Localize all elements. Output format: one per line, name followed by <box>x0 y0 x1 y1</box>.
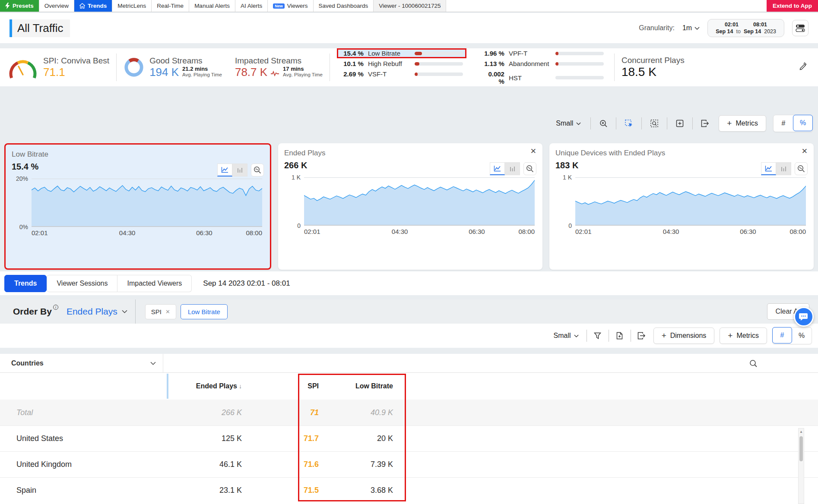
extend-to-app-button[interactable]: Extend to App <box>767 0 818 12</box>
line-chart-toggle[interactable] <box>761 162 776 175</box>
chart-plot-area[interactable] <box>32 179 262 227</box>
tab-trends[interactable]: Trends <box>4 275 47 292</box>
impacted-streams-value: 78.7 K <box>235 66 267 79</box>
x-axis-tick: 08:00 <box>789 228 806 235</box>
metrics-button[interactable]: + Metrics <box>719 115 766 132</box>
granularity-dropdown[interactable]: 1m <box>682 24 700 32</box>
nav-tab-ai-alerts[interactable]: AI Alerts <box>235 0 268 12</box>
wave-magnifier-icon <box>526 165 534 173</box>
zoom-in-icon[interactable] <box>597 117 610 129</box>
spi-metric[interactable]: SPI: Conviva Best 71.1 <box>8 55 109 80</box>
nav-tab-manual-alerts[interactable]: Manual Alerts <box>189 0 235 12</box>
tab-viewer-sessions[interactable]: Viewer Sessions <box>47 275 117 292</box>
table-row-total[interactable]: Total 266 K 71 40.9 K <box>0 400 818 425</box>
export-table-icon[interactable] <box>635 330 648 342</box>
kpi-label: High Rebuff <box>368 60 415 67</box>
nav-tab-viewers[interactable]: New Viewers <box>268 0 313 12</box>
close-icon[interactable]: ✕ <box>802 147 808 156</box>
table-percent-toggle[interactable]: % <box>792 328 812 344</box>
bar-chart-toggle[interactable] <box>505 162 520 175</box>
chart-zoom-button[interactable] <box>251 164 264 176</box>
wave-magnifier-icon <box>797 165 805 173</box>
donut-icon <box>124 57 144 78</box>
report-icon[interactable] <box>613 330 626 342</box>
chart-card-unique-devices[interactable]: ✕ Unique Devices with Ended Plays 183 K … <box>549 143 814 270</box>
nav-tab-saved-dashboards[interactable]: Saved Dashboards <box>314 0 374 12</box>
kpi-row-low-bitrate[interactable]: 15.4 % Low Bitrate <box>337 48 466 58</box>
chart-title: Low Bitrate <box>12 150 262 159</box>
select-region-icon[interactable] <box>622 117 635 129</box>
page-title-wrap: All Traffic <box>10 19 70 37</box>
chat-widget-button[interactable] <box>794 307 814 327</box>
table-row-spain[interactable]: Spain 23.1 K 71.5 3.68 K <box>0 477 818 503</box>
impacted-streams-metric[interactable]: Impacted Streams 78.7 K 17 mins Avg. Pla… <box>235 56 323 79</box>
number-toggle[interactable]: # <box>774 115 793 132</box>
info-icon[interactable]: i <box>53 305 58 310</box>
table-number-toggle[interactable]: # <box>772 327 792 343</box>
add-card-icon[interactable] <box>673 117 686 129</box>
nav-tab-trends[interactable]: Trends <box>74 0 112 12</box>
line-chart-toggle[interactable] <box>490 162 505 175</box>
order-by-dropdown[interactable]: Ended Plays <box>67 306 127 317</box>
column-header-low-bitrate[interactable]: Low Bitrate <box>319 382 393 390</box>
filter-chip-low-bitrate[interactable]: Low Bitrate <box>181 304 228 319</box>
column-header-ended-plays[interactable]: Ended Plays↓ <box>164 382 242 390</box>
export-panel-icon[interactable] <box>699 117 712 129</box>
cell-low-bitrate: 3.68 K <box>319 486 393 495</box>
table-metrics-button[interactable]: + Metrics <box>720 328 767 344</box>
bar-chart-toggle[interactable] <box>776 162 791 175</box>
group-by-dropdown[interactable]: Countries <box>0 354 163 372</box>
chart-title: Unique Devices with Ended Plays <box>555 149 806 158</box>
nav-tab-label: Viewer - 100060021725 <box>379 3 441 9</box>
remove-chip-icon[interactable]: ✕ <box>165 309 170 315</box>
gauge-icon <box>8 55 38 80</box>
x-axis-tick: 04:30 <box>663 228 679 235</box>
nav-tab-label: Trends <box>88 3 107 9</box>
kpi-row-abandonment[interactable]: 1.13 % Abandonment <box>478 59 607 69</box>
scrollbar-thumb[interactable] <box>799 436 803 461</box>
chart-card-ended-plays[interactable]: ✕ Ended Plays 266 K 1 K 0 <box>278 143 542 270</box>
table-size-dropdown[interactable]: Small <box>554 332 579 340</box>
kpi-row-high-rebuff[interactable]: 10.1 % High Rebuff <box>337 59 466 69</box>
chart-size-dropdown[interactable]: Small <box>556 120 581 127</box>
cell-low-bitrate: 20 K <box>319 434 393 443</box>
filter-icon[interactable] <box>591 330 604 342</box>
table-search-button[interactable] <box>749 359 758 369</box>
display-settings-button[interactable] <box>792 20 808 36</box>
date-range-picker[interactable]: 02:01 08:01 Sep 14 to Sep 14 2023 <box>707 19 784 37</box>
good-streams-metric[interactable]: Good Streams 194 K 21.2 mins Avg. Playin… <box>124 56 222 79</box>
table-row-united-kingdom[interactable]: United Kingdom 46.1 K 71.6 7.39 K <box>0 451 818 477</box>
scroll-up-arrow[interactable]: ▲ <box>799 428 803 434</box>
percent-toggle[interactable]: % <box>793 115 813 131</box>
kpi-row-hst[interactable]: 0.002 % HST <box>478 69 607 86</box>
line-chart-toggle[interactable] <box>217 164 232 176</box>
column-header-spi[interactable]: SPI <box>242 382 319 390</box>
nav-tab-presets[interactable]: Presets <box>0 0 39 12</box>
x-axis-tick: 04:30 <box>392 228 408 235</box>
nav-tab-label: Overview <box>44 3 69 9</box>
tab-impacted-viewers[interactable]: Impacted Viewers <box>117 275 192 292</box>
nav-tab-overview[interactable]: Overview <box>39 0 74 12</box>
nav-tab-viewer-id[interactable]: Viewer - 100060021725 <box>374 0 446 12</box>
chart-card-low-bitrate[interactable]: Low Bitrate 15.4 % 20% 0% <box>4 143 271 270</box>
dimensions-button[interactable]: + Dimensions <box>653 328 715 344</box>
wave-magnifier-icon <box>254 166 261 174</box>
filter-chip-spi[interactable]: SPI ✕ <box>145 304 176 319</box>
table-scrollbar[interactable]: ▲ <box>798 428 804 504</box>
nav-tab-metriclens[interactable]: MetricLens <box>112 0 152 12</box>
chart-zoom-button[interactable] <box>795 162 808 175</box>
edit-metrics-button[interactable] <box>799 62 808 72</box>
zoom-region-icon[interactable] <box>648 117 661 129</box>
nav-tab-realtime[interactable]: Real-Time <box>152 0 189 12</box>
impacted-streams-avg-time: 17 mins <box>283 66 323 72</box>
close-icon[interactable]: ✕ <box>530 147 536 156</box>
cell-ended-plays: 125 K <box>164 434 242 443</box>
chart-zoom-button[interactable] <box>523 162 536 175</box>
kpi-row-vpf-t[interactable]: 1.96 % VPF-T <box>478 48 607 58</box>
bar-chart-toggle[interactable] <box>232 164 247 176</box>
concurrent-plays-metric[interactable]: Concurrent Plays 18.5 K <box>621 56 685 79</box>
table-row-united-states[interactable]: United States 125 K 71.7 20 K <box>0 425 818 451</box>
chart-plot-area[interactable] <box>304 177 535 226</box>
chart-plot-area[interactable] <box>575 177 806 226</box>
kpi-row-vsf-t[interactable]: 2.69 % VSF-T <box>337 69 466 79</box>
